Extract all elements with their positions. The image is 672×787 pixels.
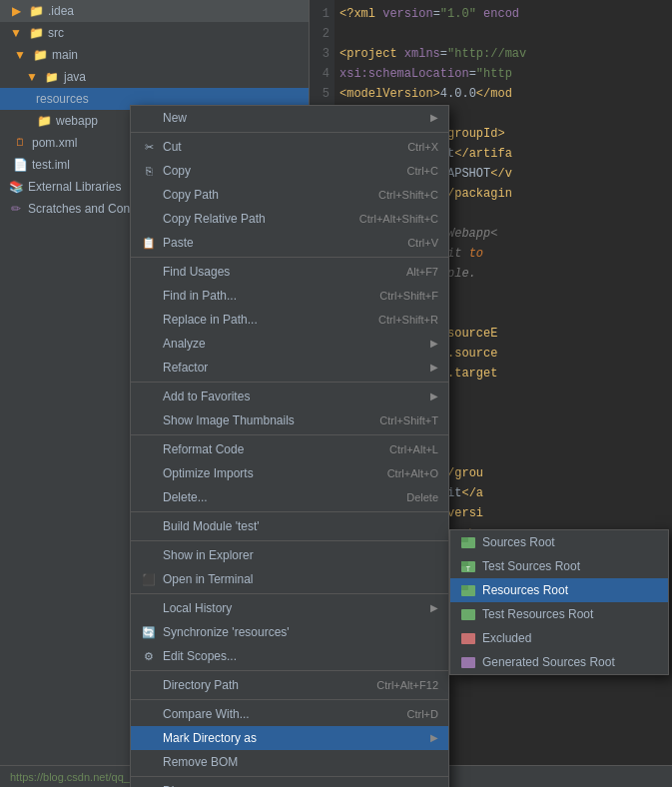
menu-item-analyze[interactable]: Analyze ▶ [131, 332, 448, 356]
svg-rect-6 [461, 585, 468, 590]
remove-bom-icon [141, 754, 157, 770]
paste-shortcut: Ctrl+V [407, 231, 438, 255]
menu-item-copy-relative-path[interactable]: Copy Relative Path Ctrl+Alt+Shift+C [131, 207, 448, 231]
separator-8 [131, 670, 448, 671]
separator-2 [131, 257, 448, 258]
folder-expanded-icon-main: ▼ [12, 47, 28, 63]
menu-item-show-thumbnails[interactable]: Show Image Thumbnails Ctrl+Shift+T [131, 408, 448, 432]
terminal-icon: ⬛ [141, 571, 157, 587]
submenu-item-test-resources-root[interactable]: Test Resources Root [450, 602, 668, 626]
iml-icon: 📄 [12, 157, 28, 173]
submenu-item-test-sources-root[interactable]: T Test Sources Root [450, 554, 668, 578]
folder-expanded-icon-java: ▼ [24, 69, 40, 85]
menu-item-find-in-path[interactable]: Find in Path... Ctrl+Shift+F [131, 284, 448, 308]
menu-item-remove-bom-label: Remove BOM [163, 750, 238, 774]
menu-item-refactor[interactable]: Refactor ▶ [131, 356, 448, 380]
menu-item-cut[interactable]: ✂ Cut Ctrl+X [131, 135, 448, 159]
folder-collapsed-icon: ▶ [8, 3, 24, 19]
copy-path-shortcut: Ctrl+Shift+C [378, 183, 438, 207]
menu-item-open-terminal[interactable]: ⬛ Open in Terminal [131, 567, 448, 591]
sidebar-item-java-label: java [64, 66, 86, 88]
menu-item-refactor-label: Refactor [163, 356, 208, 380]
cut-shortcut: Ctrl+X [407, 135, 438, 159]
menu-item-delete[interactable]: Delete... Delete [131, 485, 448, 509]
sidebar-item-webapp-label: webapp [56, 110, 98, 132]
menu-item-add-to-favorites[interactable]: Add to Favorites ▶ [131, 385, 448, 408]
scope-icon: ⚙ [141, 648, 157, 664]
separator-6 [131, 540, 448, 541]
menu-item-find-usages[interactable]: Find Usages Alt+F7 [131, 260, 448, 284]
menu-item-copy[interactable]: ⎘ Copy Ctrl+C [131, 159, 448, 183]
sidebar-item-scratch-label: Scratches and Con... [28, 198, 140, 220]
submenu-item-generated-sources-root-label: Generated Sources Root [482, 650, 615, 674]
cut-icon: ✂ [141, 139, 157, 155]
submenu-item-sources-root-label: Sources Root [482, 530, 555, 554]
sidebar-item-src[interactable]: ▼ 📁 src [0, 22, 309, 44]
code-line-4: xsi:schemaLocation="http [335, 64, 672, 84]
submenu-item-generated-sources-root[interactable]: Generated Sources Root [450, 650, 668, 674]
menu-item-delete-label: Delete... [163, 485, 208, 509]
menu-item-build-module[interactable]: Build Module 'test' [131, 514, 448, 538]
menu-item-optimize-imports[interactable]: Optimize Imports Ctrl+Alt+O [131, 461, 448, 485]
delete-icon [141, 489, 157, 505]
svg-rect-1 [461, 537, 468, 542]
find-in-path-icon [141, 288, 157, 304]
separator-9 [131, 699, 448, 700]
menu-item-paste[interactable]: 📋 Paste Ctrl+V [131, 231, 448, 255]
menu-item-show-explorer[interactable]: Show in Explorer [131, 543, 448, 567]
test-resources-root-icon [460, 606, 476, 622]
menu-item-edit-scopes-label: Edit Scopes... [163, 644, 237, 668]
submenu-item-resources-root-label: Resources Root [482, 578, 568, 602]
menu-item-synchronize-label: Synchronize 'resources' [163, 620, 290, 644]
menu-item-new-label: New [163, 106, 187, 130]
menu-item-local-history[interactable]: Local History ▶ [131, 596, 448, 620]
menu-item-synchronize[interactable]: 🔄 Synchronize 'resources' [131, 620, 448, 644]
sidebar-item-main[interactable]: ▼ 📁 main [0, 44, 309, 66]
separator-3 [131, 382, 448, 383]
menu-item-add-to-favorites-label: Add to Favorites [163, 385, 250, 408]
menu-item-mark-directory[interactable]: Mark Directory as ▶ [131, 726, 448, 750]
find-usages-icon [141, 264, 157, 280]
menu-item-find-in-path-label: Find in Path... [163, 284, 237, 308]
menu-item-copy-path-label: Copy Path [163, 183, 219, 207]
menu-item-directory-path[interactable]: Directory Path Ctrl+Alt+F12 [131, 673, 448, 697]
directory-path-shortcut: Ctrl+Alt+F12 [376, 673, 438, 697]
diagrams-icon [141, 783, 157, 787]
compare-icon [141, 706, 157, 722]
paste-icon: 📋 [141, 235, 157, 251]
submenu-item-sources-root[interactable]: Sources Root [450, 530, 668, 554]
menu-item-new[interactable]: New ▶ [131, 106, 448, 130]
submenu-item-excluded[interactable]: Excluded [450, 626, 668, 650]
history-icon [141, 600, 157, 616]
menu-item-show-explorer-label: Show in Explorer [163, 543, 254, 567]
mark-dir-icon [141, 730, 157, 746]
context-menu: New ▶ ✂ Cut Ctrl+X ⎘ Copy Ctrl+C Copy Pa… [130, 105, 449, 787]
sync-icon: 🔄 [141, 624, 157, 640]
sidebar-item-java[interactable]: ▼ 📁 java [0, 66, 309, 88]
menu-item-copy-path[interactable]: Copy Path Ctrl+Shift+C [131, 183, 448, 207]
svg-text:T: T [466, 565, 471, 572]
separator-4 [131, 434, 448, 435]
menu-item-compare-with[interactable]: Compare With... Ctrl+D [131, 702, 448, 726]
menu-item-local-history-label: Local History [163, 596, 232, 620]
submenu-arrow-favorites: ▶ [430, 385, 438, 408]
separator-10 [131, 776, 448, 777]
menu-item-replace-in-path[interactable]: Replace in Path... Ctrl+Shift+R [131, 308, 448, 332]
menu-item-edit-scopes[interactable]: ⚙ Edit Scopes... [131, 644, 448, 668]
menu-item-diagrams[interactable]: Diagrams ▶ [131, 779, 448, 787]
menu-item-cut-label: Cut [163, 135, 182, 159]
webapp-folder-icon: 📁 [36, 113, 52, 129]
sidebar-item-src-label: src [48, 22, 64, 44]
menu-item-reformat[interactable]: Reformat Code Ctrl+Alt+L [131, 437, 448, 461]
menu-item-optimize-imports-label: Optimize Imports [163, 461, 254, 485]
submenu-item-resources-root[interactable]: Resources Root [450, 578, 668, 602]
separator-7 [131, 593, 448, 594]
mark-directory-submenu: Sources Root T Test Sources Root Resourc… [449, 529, 669, 675]
menu-item-analyze-label: Analyze [163, 332, 206, 356]
sidebar-item-idea[interactable]: ▶ 📁 .idea [0, 0, 309, 22]
main-folder-icon: 📁 [32, 47, 48, 63]
menu-item-remove-bom[interactable]: Remove BOM [131, 750, 448, 774]
new-icon [141, 110, 157, 126]
copy-shortcut: Ctrl+C [407, 159, 438, 183]
menu-item-replace-in-path-label: Replace in Path... [163, 308, 258, 332]
